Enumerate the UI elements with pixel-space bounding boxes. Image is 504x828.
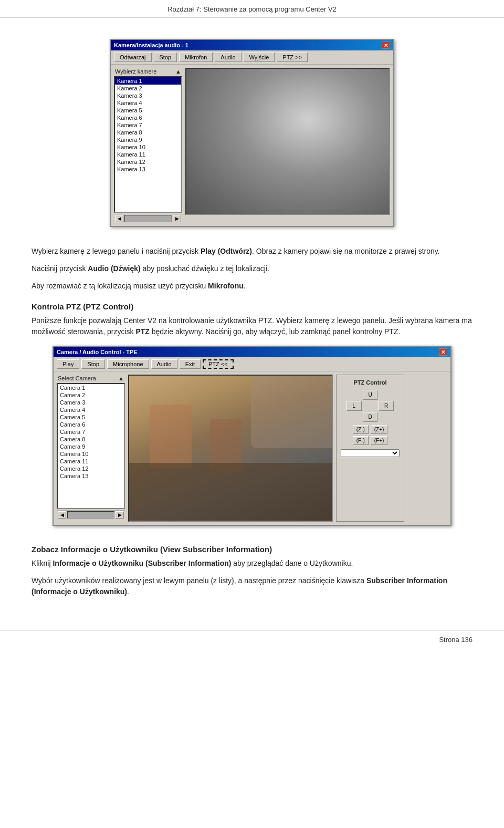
ptz-empty-tr [379, 390, 394, 400]
list-item[interactable]: Kamera 5 [115, 107, 181, 114]
list-item[interactable]: Kamera 2 [115, 85, 181, 92]
para3-cont: . [244, 282, 246, 290]
para1-text: Wybierz kamerę z lewego panelu i naciśni… [32, 247, 201, 255]
para3-pre: Aby rozmawiać z tą lokalizacją musisz uż… [32, 282, 208, 290]
list-item[interactable]: Camera 3 [58, 399, 124, 406]
list-item[interactable]: Camera 1 [58, 384, 124, 391]
list-item[interactable]: Camera 8 [58, 436, 124, 443]
ptz-up-button[interactable]: U [363, 390, 378, 400]
dialog2-body: Select Camera ▲ Camera 1 Camera 2 Camera… [54, 371, 450, 525]
list-item[interactable]: Kamera 10 [115, 143, 181, 151]
list-item[interactable]: Kamera 13 [115, 165, 181, 173]
dialog1-exit-button[interactable]: Wyjście [244, 53, 275, 62]
scroll-left-button[interactable]: ◀ [115, 215, 123, 222]
dialog1-toolbar: Odtwarzaj Stop Mikrofon Audio Wyjście PT… [111, 50, 393, 65]
section2-paragraph-1: Kliknij Informacje o Użytkowniku (Subscr… [32, 558, 472, 569]
ptz-zoom-plus-button[interactable]: (Z+) [371, 425, 388, 434]
ptz-zoom-row: (Z-) (Z+) [341, 425, 400, 434]
dialog1-listbox[interactable]: Kamera 1 Kamera 2 Kamera 3 Kamera 4 Kame… [114, 76, 182, 213]
section2-para2-cont: . [127, 587, 129, 596]
dialog2-window: Camera / Audio Control - TPE ✕ Play Stop… [52, 346, 452, 526]
page-content: Kamera/Instalacja audio - 1 ✕ Odtwarzaj … [0, 18, 504, 625]
ptz-right-button[interactable]: R [379, 401, 394, 411]
list-item[interactable]: Kamera 8 [115, 129, 181, 136]
list-item[interactable]: Kamera 12 [115, 158, 181, 165]
list-item[interactable]: Camera 5 [58, 413, 124, 421]
section2-para1-bold: Informacje o Użytkowniku (Subscriber Inf… [52, 559, 231, 567]
section-para1-bold: PTZ [135, 327, 149, 336]
dialog2-close-button[interactable]: ✕ [439, 348, 447, 356]
ptz-panel-title: PTZ Control [341, 379, 400, 386]
paragraph-2: Naciśnij przycisk Audio (Dźwięk) aby pos… [32, 263, 472, 274]
dialog2-ptz-button[interactable]: PTZ << [203, 359, 234, 369]
dialog1-window: Kamera/Instalacja audio - 1 ✕ Odtwarzaj … [110, 39, 394, 227]
listbox-scroll-arrow-up[interactable]: ▲ [175, 68, 181, 75]
dialog1-camera-preview [185, 68, 390, 215]
ptz-left-button[interactable]: L [346, 401, 362, 411]
dialog1-screenshot: Kamera/Instalacja audio - 1 ✕ Odtwarzaj … [32, 39, 472, 235]
dialog2-titlebar: Camera / Audio Control - TPE ✕ [54, 347, 450, 357]
list-item[interactable]: Kamera 6 [115, 114, 181, 121]
ptz-focus-minus-button[interactable]: (F-) [353, 436, 369, 445]
dialog1-audio-button[interactable]: Audio [215, 53, 241, 62]
dialog1-ptz-button[interactable]: PTZ >> [277, 53, 308, 62]
dialog2-screenshot: Camera / Audio Control - TPE ✕ Play Stop… [32, 346, 472, 534]
list-item[interactable]: Camera 4 [58, 406, 124, 413]
para3-bold: Mikrofonu [208, 282, 244, 290]
para2-cont: aby posłuchać dźwięku z tej lokalizacji. [141, 264, 269, 273]
ptz-zoom-minus-button[interactable]: (Z-) [353, 425, 369, 434]
paragraph-1: Wybierz kamerę z lewego panelu i naciśni… [32, 246, 472, 257]
dialog1-body: Wybierz kamere ▲ Kamera 1 Kamera 2 Kamer… [111, 65, 393, 226]
scroll-right-button[interactable]: ▶ [173, 215, 181, 222]
dialog1-close-button[interactable]: ✕ [382, 42, 390, 49]
dialog2-play-button[interactable]: Play [57, 359, 79, 369]
dialog2-toolbar: Play Stop Microphone Audio Exit PTZ << [54, 357, 450, 371]
list-item[interactable]: Camera 9 [58, 443, 124, 450]
scroll-track [124, 215, 172, 222]
scroll2-track [67, 511, 114, 519]
list-item[interactable]: Kamera 9 [115, 136, 181, 143]
ptz-dpad: U L R D [346, 390, 394, 422]
listbox2-scroll-arrow-up[interactable]: ▲ [118, 375, 124, 381]
section2-para1-pre: Kliknij [32, 559, 52, 567]
list-item[interactable]: Camera 6 [58, 421, 124, 428]
dialog2-listbox[interactable]: Camera 1 Camera 2 Camera 3 Camera 4 Came… [57, 383, 125, 509]
dialog1-hscrollbar[interactable]: ◀ ▶ [114, 214, 182, 223]
ptz-empty-tl [346, 390, 362, 400]
dialog2-stop-button[interactable]: Stop [81, 359, 105, 369]
list-item[interactable]: Camera 10 [58, 450, 124, 458]
dialog1-title: Kamera/Instalacja audio - 1 [114, 42, 382, 48]
para1-bold: Play (Odtwórz) [201, 247, 252, 255]
section2-para2-text: Wybór użytkowników realizowany jest w le… [32, 576, 366, 585]
list-item[interactable]: Camera 7 [58, 428, 124, 436]
list-item[interactable]: Kamera 3 [115, 92, 181, 99]
dialog1-microphone-button[interactable]: Mikrofon [179, 53, 213, 62]
list-item[interactable]: Camera 12 [58, 465, 124, 472]
section-para1-cont: będzie aktywny. Naciśnij go, aby włączyć… [150, 327, 401, 336]
ptz-empty-bl [346, 412, 362, 422]
dialog1-listbox-container: Wybierz kamere ▲ Kamera 1 Kamera 2 Kamer… [114, 68, 182, 223]
list-item[interactable]: Camera 11 [58, 458, 124, 465]
list-item[interactable]: Camera 13 [58, 472, 124, 480]
list-item[interactable]: Kamera 7 [115, 121, 181, 129]
dialog1-play-button[interactable]: Odtwarzaj [114, 53, 152, 62]
dialog2-listbox-label: Select Camera ▲ [57, 375, 125, 382]
scroll2-left-button[interactable]: ◀ [58, 511, 66, 519]
page-header: Rozdział 7: Sterowanie za pomocą program… [0, 0, 504, 18]
ptz-focus-plus-button[interactable]: (F+) [371, 436, 388, 445]
list-item[interactable]: Kamera 1 [115, 77, 181, 85]
dialog1-listbox-label: Wybierz kamere ▲ [114, 68, 182, 75]
list-item[interactable]: Kamera 4 [115, 99, 181, 107]
ptz-dropdown[interactable] [341, 449, 400, 457]
dialog2-audio-button[interactable]: Audio [151, 359, 177, 369]
dialog2-microphone-button[interactable]: Microphone [107, 359, 149, 369]
para2-pre: Naciśnij przycisk [32, 264, 88, 273]
dialog2-hscrollbar[interactable]: ◀ ▶ [57, 510, 125, 519]
list-item[interactable]: Camera 2 [58, 391, 124, 399]
dialog2-exit-button[interactable]: Exit [180, 359, 201, 369]
scroll2-right-button[interactable]: ▶ [116, 511, 124, 519]
dialog1-stop-button[interactable]: Stop [154, 53, 177, 62]
ptz-focus-row: (F-) (F+) [341, 436, 400, 445]
list-item[interactable]: Kamera 11 [115, 151, 181, 158]
ptz-down-button[interactable]: D [363, 412, 378, 422]
